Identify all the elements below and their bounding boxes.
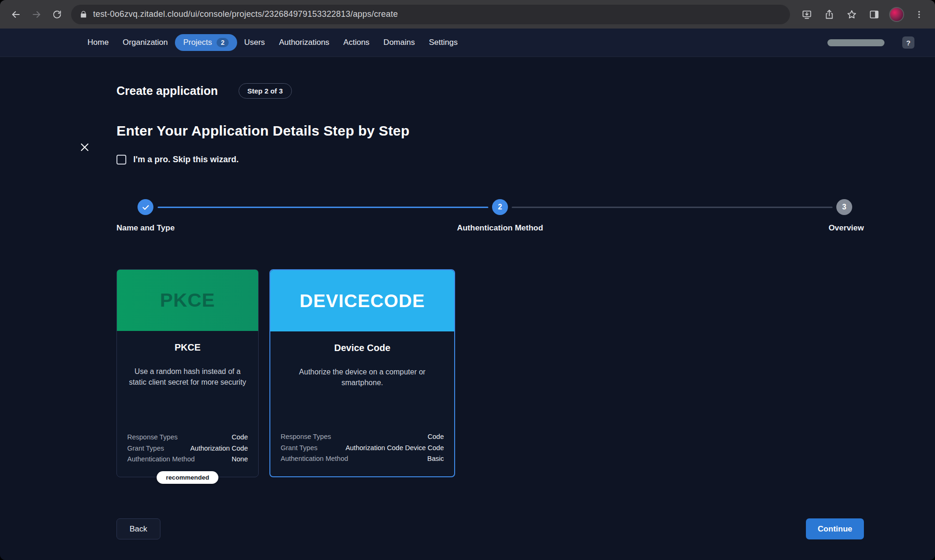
back-icon[interactable] bbox=[6, 4, 26, 25]
spec-label: Response Types bbox=[281, 431, 331, 442]
spec-row: Response Types Code bbox=[281, 431, 444, 442]
spec-label: Authentication Method bbox=[127, 454, 195, 465]
skip-wizard-label: I'm a pro. Skip this wizard. bbox=[133, 155, 239, 165]
skip-wizard-checkbox[interactable] bbox=[116, 155, 126, 165]
spec-row: Grant Types Authorization Code Device Co… bbox=[281, 443, 444, 453]
help-button[interactable]: ? bbox=[902, 36, 914, 49]
spec-value: Code bbox=[428, 431, 444, 442]
main-content: Create application Step 2 of 3 Enter You… bbox=[0, 57, 935, 560]
profile-avatar[interactable] bbox=[886, 4, 907, 25]
side-panel-icon[interactable] bbox=[864, 4, 884, 25]
nav-item-users[interactable]: Users bbox=[237, 34, 272, 51]
nav-item-projects-label: Projects bbox=[183, 38, 212, 47]
spec-label: Grant Types bbox=[281, 443, 318, 453]
pkce-specs: Response Types Code Grant Types Authoriz… bbox=[117, 432, 258, 465]
reload-icon[interactable] bbox=[47, 4, 67, 25]
browser-toolbar: test-0o6zvq.zitadel.cloud/ui/console/pro… bbox=[0, 0, 935, 29]
spec-value: Authorization Code bbox=[190, 443, 248, 454]
app-navbar: Home Organization Projects 2 Users Autho… bbox=[0, 29, 935, 57]
auth-method-cards: PKCE PKCE Use a random hash instead of a… bbox=[116, 269, 864, 477]
devicecode-card-description: Authorize the device on a computer or sm… bbox=[270, 366, 454, 388]
url-text: test-0o6zvq.zitadel.cloud/ui/console/pro… bbox=[93, 9, 398, 19]
recommended-badge: recommended bbox=[157, 471, 218, 484]
step-indicator-badge: Step 2 of 3 bbox=[239, 83, 292, 99]
devicecode-card-title: Device Code bbox=[270, 343, 454, 353]
org-name-skeleton bbox=[827, 39, 884, 46]
pkce-card-title: PKCE bbox=[117, 342, 258, 353]
devicecode-banner: DEVICECODE bbox=[270, 270, 454, 331]
share-icon[interactable] bbox=[819, 4, 840, 25]
check-icon bbox=[142, 203, 150, 211]
step-3-circle[interactable]: 3 bbox=[836, 199, 852, 215]
install-icon[interactable] bbox=[797, 4, 817, 25]
back-button[interactable]: Back bbox=[116, 518, 160, 539]
wizard-actions: Back Continue bbox=[116, 518, 864, 539]
step-3-label: Overview bbox=[828, 223, 864, 233]
page-title: Create application bbox=[116, 84, 218, 98]
close-icon bbox=[79, 142, 90, 153]
wizard-stepper: 2 3 bbox=[116, 199, 864, 215]
step-1-label: Name and Type bbox=[116, 223, 174, 233]
spec-row: Grant Types Authorization Code bbox=[127, 443, 248, 454]
skip-wizard-row: I'm a pro. Skip this wizard. bbox=[116, 155, 864, 165]
continue-button[interactable]: Continue bbox=[806, 518, 864, 539]
close-wizard-button[interactable] bbox=[78, 140, 92, 154]
browser-window: test-0o6zvq.zitadel.cloud/ui/console/pro… bbox=[0, 0, 935, 560]
auth-method-card-devicecode[interactable]: DEVICECODE Device Code Authorize the dev… bbox=[269, 269, 455, 477]
avatar-image bbox=[889, 7, 904, 22]
step-2-circle[interactable]: 2 bbox=[492, 199, 508, 215]
nav-item-domains[interactable]: Domains bbox=[377, 34, 422, 51]
devicecode-specs: Response Types Code Grant Types Authoriz… bbox=[270, 431, 454, 464]
nav-item-projects[interactable]: Projects 2 bbox=[175, 34, 237, 51]
spec-label: Authentication Method bbox=[281, 453, 348, 464]
bookmark-star-icon[interactable] bbox=[841, 4, 862, 25]
spec-label: Grant Types bbox=[127, 443, 164, 454]
step-2-label: Authentication Method bbox=[457, 223, 543, 233]
spec-value: Authorization Code Device Code bbox=[346, 443, 444, 453]
spec-value: Basic bbox=[428, 453, 444, 464]
spec-row: Authentication Method Basic bbox=[281, 453, 444, 464]
spec-value: Code bbox=[232, 432, 248, 443]
nav-item-authorizations[interactable]: Authorizations bbox=[272, 34, 336, 51]
auth-method-card-pkce[interactable]: PKCE PKCE Use a random hash instead of a… bbox=[116, 269, 259, 477]
step-1-circle[interactable] bbox=[138, 199, 153, 215]
nav-item-settings[interactable]: Settings bbox=[422, 34, 464, 51]
nav-item-home[interactable]: Home bbox=[80, 34, 116, 51]
wizard-heading: Enter Your Application Details Step by S… bbox=[116, 123, 864, 139]
spec-value: None bbox=[232, 454, 248, 465]
spec-row: Authentication Method None bbox=[127, 454, 248, 465]
stepper-line-pending bbox=[512, 207, 833, 208]
projects-count-badge: 2 bbox=[217, 38, 229, 47]
forward-icon[interactable] bbox=[26, 4, 47, 25]
pkce-card-description: Use a random hash instead of a static cl… bbox=[117, 366, 258, 388]
lock-icon bbox=[80, 10, 87, 18]
pkce-banner: PKCE bbox=[117, 270, 258, 331]
nav-item-organization[interactable]: Organization bbox=[116, 34, 174, 51]
stepper-labels: Name and Type Authentication Method Over… bbox=[116, 223, 864, 234]
address-bar[interactable]: test-0o6zvq.zitadel.cloud/ui/console/pro… bbox=[71, 5, 790, 24]
spec-row: Response Types Code bbox=[127, 432, 248, 443]
spec-label: Response Types bbox=[127, 432, 178, 443]
nav-item-actions[interactable]: Actions bbox=[336, 34, 377, 51]
menu-kebab-icon[interactable] bbox=[909, 4, 929, 25]
stepper-line-completed bbox=[158, 207, 488, 208]
